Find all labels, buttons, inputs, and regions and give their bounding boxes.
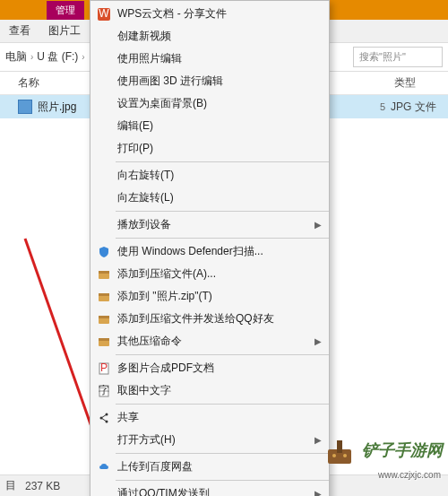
chevron-right-icon: ▶	[314, 220, 322, 230]
svg-rect-11	[99, 338, 109, 341]
watermark: 铲子手游网	[321, 431, 443, 469]
search-input[interactable]: 搜索"照片"	[353, 47, 443, 67]
status-size: 237 KB	[25, 480, 60, 492]
chevron-right-icon: ›	[82, 52, 84, 62]
text-icon: 字	[94, 385, 114, 397]
ctx-zip-add[interactable]: 添加到压缩文件(A)...	[90, 263, 329, 285]
svg-point-24	[343, 454, 347, 457]
pdf-icon: P	[94, 362, 114, 375]
status-count: 目	[5, 478, 16, 493]
separator	[116, 161, 329, 162]
ctx-zip-qq[interactable]: 添加到压缩文件并发送给QQ好友	[90, 308, 329, 330]
archive-icon	[94, 291, 114, 303]
archive-icon	[94, 313, 114, 326]
watermark-url: www.czjxjc.com	[378, 470, 441, 480]
archive-icon	[94, 268, 114, 281]
ctx-set-wallpaper[interactable]: 设置为桌面背景(B)	[90, 92, 329, 115]
column-type[interactable]: 类型	[394, 75, 448, 91]
breadcrumb-pc[interactable]: 电脑	[5, 49, 27, 65]
separator	[116, 453, 329, 454]
chevron-right-icon: ▶	[314, 336, 322, 346]
svg-rect-9	[99, 316, 109, 318]
cloud-icon	[94, 461, 114, 474]
watermark-logo-icon	[321, 431, 358, 469]
ctx-share[interactable]: 共享	[90, 406, 329, 429]
ctx-zip-other[interactable]: 其他压缩命令▶	[90, 330, 329, 352]
ctx-rotate-right[interactable]: 向右旋转(T)	[90, 164, 329, 187]
ribbon-tab-manage[interactable]: 管理	[47, 1, 84, 20]
ctx-qq-send[interactable]: 通过QQ/TIM发送到▶	[90, 483, 329, 496]
wps-icon: W	[94, 8, 114, 21]
svg-point-23	[332, 454, 336, 457]
separator	[116, 354, 329, 355]
svg-rect-22	[337, 440, 342, 453]
ctx-open-with[interactable]: 打开方式(H)▶	[90, 429, 329, 451]
svg-line-19	[101, 414, 107, 418]
separator	[116, 238, 329, 239]
menu-image-tools[interactable]: 图片工	[48, 23, 81, 39]
svg-text:P: P	[100, 362, 108, 374]
ctx-pdf[interactable]: P 多图片合成PDF文档	[90, 357, 329, 379]
separator	[116, 480, 329, 481]
ctx-edit[interactable]: 编辑(E)	[90, 115, 329, 137]
separator	[116, 404, 329, 405]
svg-rect-5	[99, 271, 109, 274]
ctx-baidu[interactable]: 上传到百度网盘	[90, 456, 329, 478]
svg-text:W: W	[99, 8, 109, 20]
share-icon	[94, 412, 114, 424]
ctx-edit-photo[interactable]: 使用照片编辑	[90, 48, 329, 70]
svg-text:字: 字	[99, 385, 109, 396]
svg-rect-7	[99, 293, 109, 296]
ctx-ocr[interactable]: 字 取图中文字	[90, 379, 329, 402]
ctx-paint3d[interactable]: 使用画图 3D 进行编辑	[90, 70, 329, 92]
image-file-icon	[18, 100, 32, 114]
shield-icon	[94, 246, 114, 258]
breadcrumb-drive[interactable]: U 盘 (F:)	[37, 49, 78, 65]
ctx-create-video[interactable]: 创建新视频	[90, 25, 329, 48]
ctx-zip-photo[interactable]: 添加到 "照片.zip"(T)	[90, 285, 329, 308]
chevron-right-icon: ›	[30, 52, 33, 62]
chevron-right-icon: ▶	[314, 489, 322, 496]
file-type-label: JPG 文件	[385, 100, 448, 115]
separator	[116, 211, 329, 212]
ctx-rotate-left[interactable]: 向左旋转(L)	[90, 187, 329, 209]
ctx-cast[interactable]: 播放到设备▶	[90, 213, 329, 236]
svg-line-20	[101, 418, 107, 422]
menu-view[interactable]: 查看	[9, 23, 30, 39]
ctx-defender[interactable]: 使用 Windows Defender扫描...	[90, 240, 329, 263]
ctx-wps-share[interactable]: W WPS云文档 - 分享文件	[90, 3, 329, 25]
watermark-text: 铲子手游网	[362, 439, 443, 461]
archive-icon	[94, 335, 114, 348]
ctx-print[interactable]: 打印(P)	[90, 137, 329, 160]
context-menu: W WPS云文档 - 分享文件 创建新视频 使用照片编辑 使用画图 3D 进行编…	[90, 0, 330, 496]
